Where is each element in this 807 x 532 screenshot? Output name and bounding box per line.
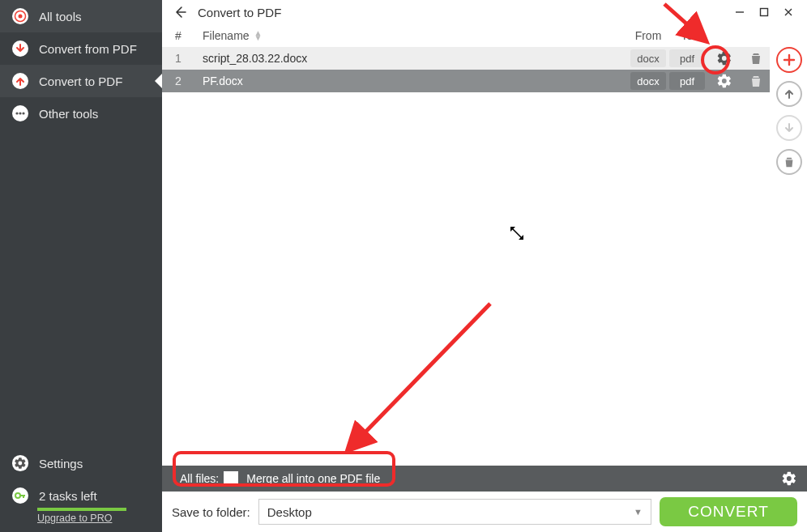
svg-point-9 — [12, 455, 28, 471]
row-from-tag: docx — [630, 49, 666, 67]
save-row: Save to folder: Desktop ▼ CONVERT — [162, 492, 807, 532]
settings-label: Settings — [39, 457, 83, 470]
row-to-tag: pdf — [669, 49, 705, 67]
table-row[interactable]: 1 script_28.03.22.docx docx pdf — [162, 47, 770, 70]
dots-circle-icon — [11, 104, 29, 122]
sort-icon: ▲▼ — [254, 31, 263, 40]
add-file-button[interactable] — [776, 47, 802, 73]
svg-rect-13 — [761, 9, 768, 16]
column-filename[interactable]: Filename ▲▼ — [203, 29, 629, 42]
chevron-down-icon: ▼ — [634, 507, 643, 517]
all-files-settings-button[interactable] — [781, 470, 797, 487]
save-folder-select[interactable]: Desktop ▼ — [258, 499, 651, 525]
column-to: To — [668, 29, 707, 42]
window-maximize-button[interactable] — [752, 1, 776, 23]
row-settings-button[interactable] — [707, 73, 742, 89]
key-icon — [11, 487, 29, 504]
window-minimize-button[interactable] — [728, 1, 752, 23]
arrow-up-circle-icon — [11, 72, 29, 90]
sidebar-item-tasks-left[interactable]: 2 tasks left — [0, 479, 162, 506]
sidebar-item-label: Convert from PDF — [39, 42, 137, 56]
right-rail — [776, 47, 802, 175]
sidebar-item-label: Convert to PDF — [39, 74, 122, 88]
svg-point-8 — [22, 112, 24, 114]
sidebar-item-all-tools[interactable]: All tools — [0, 0, 162, 32]
upgrade-link[interactable]: Upgrade to PRO — [37, 513, 162, 524]
sidebar-item-label: All tools — [39, 10, 82, 23]
convert-button[interactable]: CONVERT — [660, 497, 797, 526]
main-panel: Convert to PDF # Filename ▲▼ From To 1 s… — [162, 0, 807, 532]
row-settings-button[interactable] — [707, 50, 742, 66]
merge-checkbox[interactable] — [224, 471, 238, 486]
all-files-label: All files: — [180, 472, 219, 485]
titlebar: Convert to PDF — [162, 0, 807, 24]
sidebar-item-other-tools[interactable]: Other tools — [0, 97, 162, 130]
tasks-left-label: 2 tasks left — [39, 489, 97, 503]
tasks-progress-bar — [37, 508, 126, 511]
back-button[interactable] — [169, 1, 191, 23]
table-row[interactable]: 2 PF.docx docx pdf — [162, 70, 770, 92]
gear-icon — [11, 454, 29, 472]
svg-point-6 — [15, 112, 18, 114]
sidebar-item-convert-to-pdf[interactable]: Convert to PDF — [0, 65, 162, 97]
row-delete-button[interactable] — [742, 52, 770, 65]
save-to-folder-label: Save to folder: — [172, 505, 250, 519]
save-folder-value: Desktop — [267, 505, 312, 519]
sidebar: All tools Convert from PDF Convert to PD… — [0, 0, 162, 532]
svg-point-7 — [19, 112, 21, 114]
merge-label: Merge all into one PDF file — [246, 472, 380, 485]
all-files-bar: All files: Merge all into one PDF file — [162, 466, 807, 492]
sidebar-item-label: Other tools — [39, 107, 98, 121]
row-to-tag: pdf — [669, 72, 705, 90]
sidebar-item-settings[interactable]: Settings — [0, 447, 162, 479]
delete-all-button[interactable] — [776, 149, 802, 175]
window-close-button[interactable] — [776, 1, 801, 23]
row-filename: PF.docx — [203, 74, 629, 87]
move-up-button[interactable] — [776, 81, 802, 107]
sidebar-item-convert-from-pdf[interactable]: Convert from PDF — [0, 32, 162, 65]
row-number: 2 — [175, 74, 203, 87]
arrow-down-circle-icon — [11, 40, 29, 57]
table-header: # Filename ▲▼ From To — [162, 24, 807, 47]
page-title: Convert to PDF — [198, 6, 281, 19]
column-from: From — [629, 29, 668, 42]
move-down-button[interactable] — [776, 115, 802, 141]
row-number: 1 — [175, 52, 203, 65]
svg-point-2 — [19, 15, 23, 19]
row-from-tag: docx — [630, 72, 666, 90]
target-icon — [11, 7, 29, 25]
row-delete-button[interactable] — [742, 74, 770, 87]
column-number[interactable]: # — [175, 29, 203, 42]
row-filename: script_28.03.22.docx — [203, 52, 629, 65]
file-list-area — [162, 92, 807, 466]
